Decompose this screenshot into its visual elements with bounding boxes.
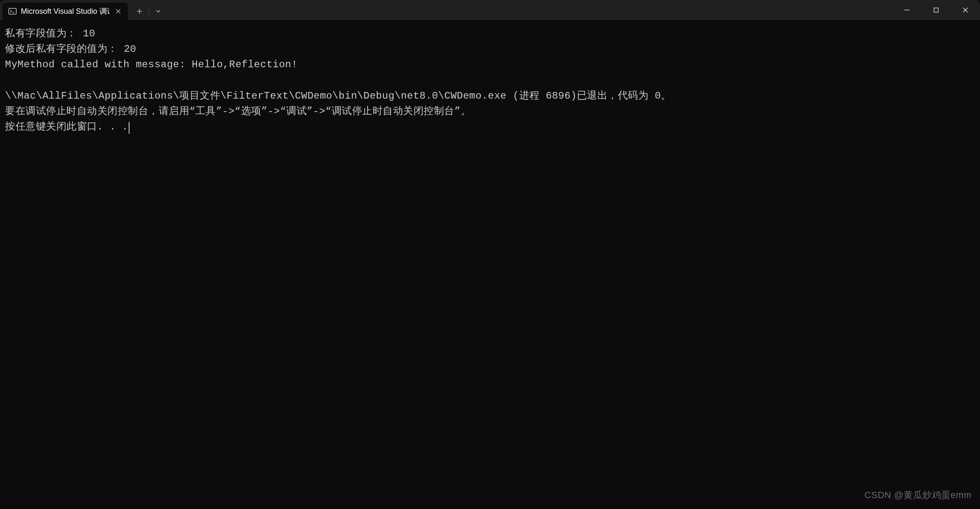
terminal-tab[interactable]: Microsoft Visual Studio 调试控	[3, 3, 128, 20]
window-controls	[892, 0, 980, 20]
new-tab-button[interactable]	[131, 3, 148, 20]
tab-area: Microsoft Visual Studio 调试控	[0, 0, 167, 20]
console-line: 按任意键关闭此窗口. . .	[5, 121, 128, 132]
minimize-button[interactable]	[892, 0, 922, 20]
svg-rect-0	[9, 8, 16, 14]
console-line: MyMethod called with message: Hello,Refl…	[5, 59, 297, 70]
close-button[interactable]	[951, 0, 980, 20]
titlebar-divider	[149, 7, 149, 16]
console-line: 私有字段值为： 10	[5, 28, 95, 39]
console-line: 修改后私有字段的值为： 20	[5, 43, 136, 55]
terminal-output[interactable]: 私有字段值为： 10 修改后私有字段的值为： 20 MyMethod calle…	[0, 20, 980, 140]
terminal-cursor	[129, 122, 129, 134]
console-line: 要在调试停止时自动关闭控制台，请启用“工具”->“选项”->“调试”->“调试停…	[5, 106, 471, 117]
tab-title: Microsoft Visual Studio 调试控	[21, 6, 109, 16]
watermark: CSDN @黄瓜炒鸡蛋emm	[864, 489, 972, 501]
console-line: \\Mac\AllFiles\Applications\项目文件\FilterT…	[5, 90, 671, 102]
tab-close-button[interactable]	[114, 7, 123, 16]
titlebar-drag-area[interactable]	[167, 0, 892, 20]
titlebar: Microsoft Visual Studio 调试控	[0, 0, 980, 20]
tab-dropdown-button[interactable]	[150, 3, 167, 20]
terminal-icon	[8, 7, 17, 15]
maximize-button[interactable]	[922, 0, 951, 20]
svg-rect-7	[934, 8, 938, 12]
